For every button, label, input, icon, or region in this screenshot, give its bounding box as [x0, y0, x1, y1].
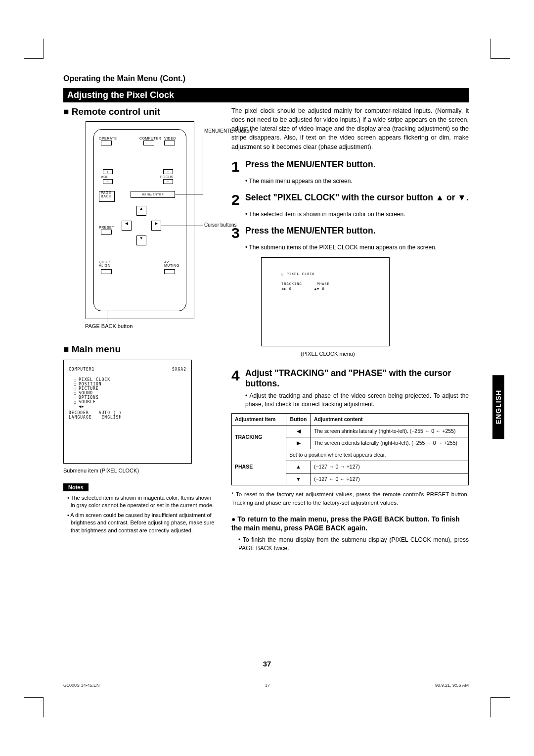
adjustment-table: Adjustment item Button Adjustment conten…	[231, 413, 469, 485]
page-number: 37	[0, 660, 534, 668]
page-header: Operating the Main Menu (Cont.)	[63, 74, 469, 83]
cursor-up-button[interactable]: ▲	[136, 206, 146, 216]
table-item-phase: PHASE	[232, 449, 286, 485]
decoder-label: DECODER	[69, 411, 89, 415]
footer-page: 37	[265, 683, 270, 688]
vol-label: VOL	[101, 175, 109, 179]
video-label: VIDEO	[164, 137, 176, 140]
language-value: ENGLISH	[102, 415, 122, 420]
step3-bullet: The submenu items of the PIXEL CLOCK men…	[245, 243, 469, 252]
note-item: A dim screen could be caused by insuffic…	[67, 512, 217, 534]
menu-enter-callout: MENU/ENTER button	[204, 128, 252, 134]
mainmenu-caption: Submenu item (PIXEL CLOCK)	[63, 468, 217, 473]
cursor-down-button[interactable]: ▼	[136, 236, 146, 245]
operate-button[interactable]	[101, 141, 112, 145]
pageback-label: PAGEBACK	[101, 191, 111, 198]
menu-item: PIXEL CLOCK	[79, 378, 110, 382]
button-right-icon: ▶	[286, 437, 311, 449]
menu-item: SOUND	[79, 391, 93, 395]
remote-heading: Remote control unit	[63, 106, 217, 117]
remote-diagram: OPERATE COMPUTER VIDEO VOL + − FOCUS + −…	[86, 121, 194, 319]
step4-bullet: Adjust the tracking and phase of the vid…	[245, 392, 469, 409]
footer-timestamp: 98.9.21, 9:56 AM	[435, 683, 469, 688]
step-number: 3	[231, 226, 245, 240]
mainmenu-source-left: COMPUTER1	[69, 367, 94, 372]
table-header: Adjustment item	[232, 413, 286, 425]
step-number: 1	[231, 159, 245, 174]
quick-align-button[interactable]	[101, 269, 112, 274]
table-header: Button	[286, 413, 311, 425]
decoder-value: AUTO ( )	[99, 411, 122, 415]
cursor-left-button[interactable]: ◀	[122, 221, 132, 231]
tracking-value: ◀▶ 0	[281, 286, 292, 291]
submenu-caption: (PIXEL CLOCK menu)	[301, 350, 469, 358]
preset-button[interactable]	[101, 230, 112, 235]
menu-enter-button[interactable]: MENU/ENTER	[131, 191, 175, 198]
table-header: Adjustment content	[311, 413, 469, 425]
av-muting-label: AVMUTING	[164, 260, 179, 267]
step3-title: Press the MENU/ENTER button.	[245, 226, 469, 240]
video-button[interactable]	[164, 141, 175, 145]
table-item-tracking: TRACKING	[232, 425, 286, 449]
av-muting-button[interactable]	[164, 269, 175, 274]
menu-arrows: ◀▶	[79, 404, 85, 409]
step-number: 2	[231, 192, 245, 207]
notes-heading: Notes	[63, 483, 89, 491]
menu-item: PICTURE	[79, 386, 99, 391]
mainmenu-heading: Main menu	[63, 344, 217, 355]
step-number: 4	[231, 368, 245, 389]
button-up-icon: ▲	[286, 461, 311, 473]
tracking-label: TRACKING	[281, 282, 302, 286]
menu-item: POSITION	[79, 382, 102, 386]
table-cell: The screen extends laterally (right-to-l…	[311, 437, 469, 449]
note-item: The selected item is shown in magenta co…	[67, 494, 217, 510]
step1-bullet: The main menu appears on the screen.	[245, 177, 469, 186]
step2-bullet: The selected item is shown in magenta co…	[245, 210, 469, 219]
language-tab: ENGLISH	[492, 375, 504, 439]
vol-plus-button[interactable]: +	[103, 169, 113, 174]
phase-value: ▲▼ 0	[314, 286, 325, 291]
submenu-title: ❑ PIXEL CLOCK	[281, 272, 315, 277]
table-cell: (−127 → 0 → +127)	[311, 461, 469, 473]
mainmenu-source-right: SXGA2	[172, 367, 186, 372]
footer-filename: G1000S 34-45.EN	[63, 683, 100, 688]
button-down-icon: ▼	[286, 473, 311, 485]
quick-align-label: QUICKALIGN.	[99, 260, 112, 267]
computer-button[interactable]	[143, 141, 154, 145]
table-cell: The screen shrinks laterally (right-to-l…	[311, 425, 469, 437]
vol-minus-button[interactable]: −	[103, 179, 113, 184]
focus-plus-button[interactable]: +	[163, 169, 173, 174]
language-label: LANGUAGE	[69, 415, 92, 420]
button-left-icon: ◀	[286, 425, 311, 437]
cursor-right-button[interactable]: ▶	[151, 221, 161, 231]
operate-label: OPERATE	[99, 137, 117, 140]
final-bullet: To finish the menu display from the subm…	[238, 536, 469, 553]
focus-label: FOCUS	[160, 175, 174, 179]
computer-label: COMPUTER	[139, 137, 161, 140]
menu-item: SOURCE	[79, 400, 96, 404]
reset-footnote: * To reset to the factory-set adjustment…	[231, 490, 469, 507]
preset-label: PRESET	[99, 226, 114, 229]
intro-paragraph: The pixel clock should be adjusted mainl…	[231, 106, 469, 151]
step4-title: Adjust "TRACKING" and "PHASE" with the c…	[245, 368, 469, 389]
step1-title: Press the MENU/ENTER button.	[245, 159, 469, 174]
table-cell: (−127 ← 0 ← +127)	[311, 473, 469, 485]
phase-label: PHASE	[317, 282, 330, 286]
pixelclock-submenu-diagram: ❑ PIXEL CLOCK TRACKING PHASE ◀▶ 0 ▲▼ 0	[261, 257, 390, 346]
mainmenu-diagram: COMPUTER1 SXGA2 ❑PIXEL CLOCK ❑POSITION ❑…	[63, 360, 192, 464]
section-title-bar: Adjusting the Pixel Clock	[63, 88, 469, 102]
table-cell: Set to a position where text appears cle…	[286, 449, 469, 461]
cursor-callout: Cursor buttons	[204, 222, 237, 228]
menu-item: OPTIONS	[79, 395, 99, 400]
focus-minus-button[interactable]: −	[163, 179, 173, 184]
step2-title: Select "PIXEL CLOCK" with the cursor but…	[245, 192, 469, 207]
page-back-callout: PAGE BACK button	[85, 323, 217, 329]
final-instruction: To return to the main menu, press the PA…	[231, 515, 469, 532]
